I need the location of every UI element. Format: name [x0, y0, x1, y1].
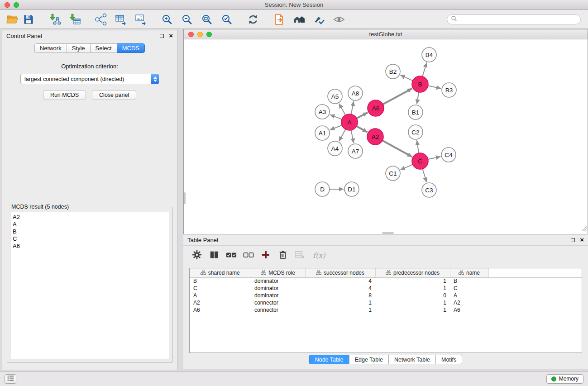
graph-node[interactable]: A6 [368, 100, 384, 116]
graph-node[interactable]: A7 [348, 144, 363, 158]
mcds-result-item[interactable]: A [10, 221, 169, 228]
node-table[interactable]: shared nameMCDS rolesuccessor nodesprede… [190, 268, 582, 314]
task-history-button[interactable] [5, 374, 16, 384]
export-table-button[interactable] [113, 12, 129, 27]
network-minimize-button[interactable] [197, 32, 203, 37]
column-header[interactable]: MCDS role [251, 268, 305, 277]
table-cell[interactable]: dominator [251, 285, 305, 292]
graph-node[interactable]: C3 [422, 183, 436, 197]
table-row[interactable]: A6connector11A6 [190, 306, 582, 314]
table-cell[interactable]: 1 [375, 299, 450, 306]
graph-node[interactable]: A8 [348, 86, 363, 100]
home-network-button[interactable] [292, 12, 307, 27]
table-cell[interactable]: 4 [305, 277, 375, 285]
open-folder-button[interactable] [5, 12, 20, 27]
graph-node[interactable]: C [412, 153, 428, 169]
zoom-selected-button[interactable] [219, 12, 234, 27]
graph-node[interactable]: B1 [408, 105, 423, 119]
show-columns-button[interactable] [209, 250, 220, 261]
close-window-button[interactable] [5, 2, 10, 8]
table-cell[interactable]: A [190, 292, 251, 299]
graph-node[interactable]: C1 [386, 166, 400, 181]
tab-edge-table[interactable]: Edge Table [349, 355, 389, 364]
network-canvas[interactable]: B4B2BB3A5A8A6A3B1AC2A1A2A4A7C4CC1DD1C3 [184, 39, 588, 234]
search-box[interactable] [447, 14, 581, 24]
graph-node[interactable]: D1 [344, 182, 359, 196]
table-cell[interactable]: 8 [305, 292, 375, 299]
mcds-result-item[interactable]: C [10, 235, 169, 243]
zoom-window-button[interactable] [14, 2, 19, 8]
tab-network[interactable]: Network [34, 43, 67, 53]
graph-node[interactable]: B [412, 76, 428, 92]
table-cell[interactable]: C [450, 285, 488, 292]
table-cell[interactable]: dominator [251, 277, 305, 285]
resize-grip-icon[interactable] [581, 225, 587, 234]
tab-select[interactable]: Select [90, 43, 117, 53]
optimization-criterion-dropdown[interactable]: largest connected component (directed) [20, 74, 159, 84]
tab-style[interactable]: Style [67, 43, 91, 53]
zoom-fit-button[interactable] [199, 12, 215, 27]
table-cell[interactable]: 1 [305, 306, 375, 314]
graph-node[interactable]: B4 [422, 48, 436, 62]
table-cell[interactable]: 0 [375, 292, 450, 299]
graph-node[interactable]: A5 [328, 89, 342, 104]
table-cell[interactable]: 1 [375, 285, 450, 292]
graph-node[interactable]: A3 [315, 105, 330, 119]
mcds-result-item[interactable]: B [10, 228, 169, 235]
table-cell[interactable]: 4 [305, 285, 375, 292]
close-panel-icon[interactable]: × [169, 33, 173, 38]
table-cell[interactable]: C [190, 285, 251, 292]
table-cell[interactable]: connector [251, 299, 305, 306]
table-row[interactable]: Bdominator41B [190, 277, 582, 285]
tab-motifs[interactable]: Motifs [435, 355, 462, 364]
float-table-panel-icon[interactable] [571, 238, 575, 242]
graph-node[interactable]: A2 [367, 129, 383, 145]
graph-node[interactable]: B3 [442, 83, 456, 97]
table-cell[interactable]: 1 [305, 299, 375, 306]
table-cell[interactable]: 1 [375, 306, 450, 314]
tab-network-table[interactable]: Network Table [388, 355, 436, 364]
table-settings-button[interactable] [191, 250, 202, 261]
network-close-button[interactable] [188, 32, 194, 37]
mcds-result-item[interactable]: A6 [10, 243, 169, 250]
table-cell[interactable]: B [450, 277, 488, 285]
graph-node[interactable]: D [315, 182, 330, 196]
copy-page-button[interactable] [272, 12, 287, 27]
table-cell[interactable]: 1 [375, 277, 450, 285]
zoom-in-button[interactable] [159, 12, 175, 27]
column-header[interactable]: successor nodes [305, 268, 375, 277]
delete-column-button[interactable] [277, 250, 288, 261]
graph-node[interactable]: A4 [328, 141, 342, 156]
import-table-button[interactable] [67, 12, 82, 27]
table-cell[interactable]: A6 [450, 306, 488, 314]
export-image-button[interactable] [133, 12, 148, 27]
graph-node[interactable]: B2 [386, 64, 400, 79]
table-cell[interactable]: connector [251, 306, 305, 314]
table-cell[interactable]: dominator [251, 292, 305, 299]
mcds-result-list[interactable]: A2ABCA6 [10, 212, 169, 359]
column-header[interactable]: predecessor nodes [375, 268, 450, 277]
select-all-columns-button[interactable] [226, 250, 237, 261]
table-row[interactable]: Adominator80A [190, 292, 582, 299]
table-cell[interactable]: A6 [190, 306, 251, 314]
horizontal-scroll-thumb[interactable] [382, 232, 394, 234]
tab-mcds[interactable]: MCDS [117, 43, 145, 53]
graph-node[interactable]: C2 [408, 125, 423, 139]
table-row[interactable]: Cdominator41C [190, 285, 582, 292]
network-zoom-button[interactable] [206, 32, 212, 37]
search-input[interactable] [457, 16, 577, 23]
memory-button[interactable]: Memory [546, 374, 583, 384]
save-session-button[interactable] [21, 12, 36, 27]
create-column-button[interactable] [260, 250, 271, 261]
import-network-button[interactable] [47, 12, 62, 27]
vertical-scroll-thumb[interactable] [184, 192, 186, 204]
column-header[interactable]: name [450, 268, 488, 277]
graph-node[interactable]: A [341, 114, 358, 130]
zoom-out-button[interactable] [179, 12, 195, 27]
column-header[interactable]: shared name [190, 268, 251, 277]
refresh-button[interactable] [245, 12, 261, 27]
mcds-result-item[interactable]: A2 [10, 214, 169, 221]
new-network-from-selection-button[interactable] [93, 12, 109, 27]
table-cell[interactable]: A2 [190, 299, 251, 306]
close-panel-button[interactable]: Close panel [92, 90, 136, 100]
